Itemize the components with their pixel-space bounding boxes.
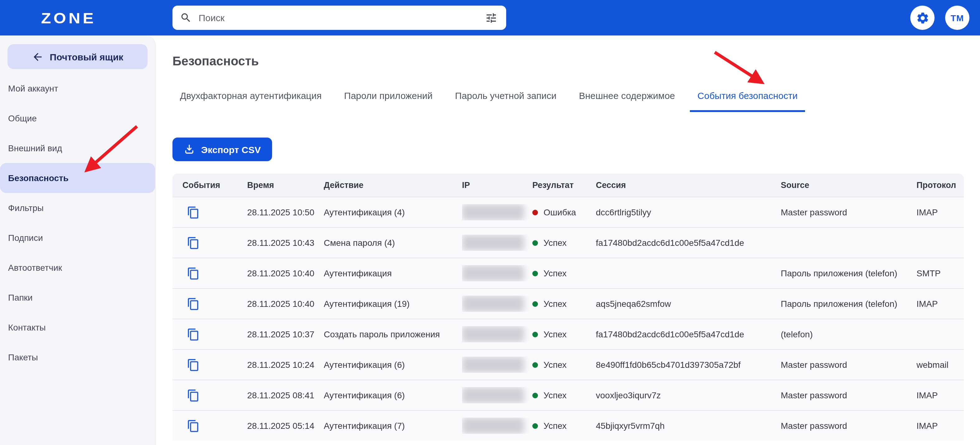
- ip-redacted-blur: [462, 357, 524, 373]
- sidebar-menu: Мой аккаунтОбщиеВнешний видБезопасностьФ…: [0, 73, 155, 372]
- ip-redacted-blur: [462, 296, 524, 312]
- user-avatar[interactable]: TM: [945, 6, 969, 30]
- action-cell: Аутентификация: [324, 268, 462, 278]
- copy-event-button[interactable]: [187, 389, 200, 402]
- tab-app-passwords[interactable]: Пароли приложений: [337, 90, 440, 112]
- result-success: Успех: [532, 268, 596, 278]
- copy-icon: [187, 206, 200, 219]
- tab-external-content[interactable]: Внешнее содержимое: [571, 90, 683, 112]
- security-events-table: СобытияВремяДействиеIPРезультатСессияSou…: [172, 174, 964, 441]
- back-arrow-icon: [32, 51, 44, 62]
- export-csv-button[interactable]: Экспорт CSV: [172, 138, 272, 161]
- search-icon: [180, 12, 192, 24]
- copy-event-button[interactable]: [187, 297, 200, 310]
- sidebar-item-contacts[interactable]: Контакты: [0, 312, 155, 342]
- tab-two-factor[interactable]: Двухфакторная аутентификация: [172, 90, 329, 112]
- source-cell: Master password: [781, 421, 916, 431]
- action-cell: Аутентификация (7): [324, 421, 462, 431]
- copy-event-button[interactable]: [187, 267, 200, 280]
- events-cell: [183, 206, 247, 219]
- tab-security-events[interactable]: События безопасности: [690, 90, 805, 112]
- time-cell: 28.11.2025 10:40: [247, 268, 324, 278]
- sidebar-item-general[interactable]: Общие: [0, 103, 155, 133]
- tune-icon: [485, 11, 498, 24]
- status-dot: [532, 362, 538, 367]
- action-cell: Создать пароль приложения: [324, 329, 462, 339]
- copy-event-button[interactable]: [187, 206, 200, 219]
- result-success: Успех: [532, 238, 596, 248]
- sidebar: Почтовый ящик Мой аккаунтОбщиеВнешний ви…: [0, 35, 155, 445]
- copy-event-button[interactable]: [187, 236, 200, 249]
- result-success: Успех: [532, 421, 596, 431]
- ip-redacted-blur: [462, 326, 524, 342]
- result-cell: Успех: [532, 268, 596, 278]
- back-to-mailbox-button[interactable]: Почтовый ящик: [8, 44, 148, 69]
- time-cell: 28.11.2025 10:43: [247, 238, 324, 248]
- table-row: 28.11.2025 10:24Аутентификация (6)Успех8…: [172, 349, 964, 380]
- protocol-cell: IMAP: [916, 299, 964, 309]
- zone-logo: ZONE: [41, 10, 96, 27]
- copy-event-button[interactable]: [187, 419, 200, 432]
- main-content: Безопасность Двухфакторная аутентификаци…: [155, 35, 980, 445]
- sidebar-item-security[interactable]: Безопасность: [0, 163, 155, 193]
- status-label: Успех: [544, 299, 566, 309]
- source-cell: Master password: [781, 360, 916, 370]
- table-row: 28.11.2025 10:40Аутентификация (19)Успех…: [172, 288, 964, 319]
- status-label: Успех: [544, 421, 566, 431]
- ip-redacted-blur: [462, 387, 524, 403]
- column-header-0: События: [183, 181, 247, 190]
- search-filters-button[interactable]: [484, 10, 499, 25]
- status-dot: [532, 210, 538, 215]
- session-cell: 45bjiqxyr5vrm7qh: [596, 421, 781, 431]
- status-label: Успех: [544, 329, 566, 339]
- session-cell: aqs5jneqa62smfow: [596, 299, 781, 309]
- sidebar-item-signatures[interactable]: Подписи: [0, 223, 155, 253]
- sidebar-item-folders[interactable]: Папки: [0, 283, 155, 312]
- result-cell: Успех: [532, 360, 596, 370]
- source-cell: (telefon): [781, 329, 916, 339]
- sidebar-item-autoresponder[interactable]: Автоответчик: [0, 253, 155, 283]
- result-success: Успех: [532, 390, 596, 400]
- time-cell: 28.11.2025 10:40: [247, 299, 324, 309]
- export-csv-label: Экспорт CSV: [201, 144, 261, 155]
- copy-event-button[interactable]: [187, 328, 200, 341]
- source-cell: Master password: [781, 207, 916, 217]
- source-cell: Master password: [781, 390, 916, 400]
- session-cell: vooxljeo3iqurv7z: [596, 390, 781, 400]
- sidebar-item-my-account[interactable]: Мой аккаунт: [0, 73, 155, 103]
- action-cell: Смена пароля (4): [324, 238, 462, 248]
- protocol-cell: IMAP: [916, 421, 964, 431]
- sidebar-item-packages[interactable]: Пакеты: [0, 342, 155, 372]
- settings-button[interactable]: [910, 6, 935, 30]
- tab-account-password[interactable]: Пароль учетной записи: [448, 90, 564, 112]
- copy-icon: [187, 419, 200, 432]
- status-label: Успех: [544, 360, 566, 370]
- copy-event-button[interactable]: [187, 358, 200, 371]
- sidebar-item-filters[interactable]: Фильтры: [0, 193, 155, 223]
- copy-icon: [187, 328, 200, 341]
- session-cell: 8e490ff1fd0b65cb4701d397305a72bf: [596, 360, 781, 370]
- protocol-cell: SMTP: [916, 268, 964, 278]
- ip-cell: [462, 418, 532, 434]
- session-cell: fa17480bd2acdc6d1c00e5f5a47cd1de: [596, 238, 781, 248]
- ip-redacted-blur: [462, 265, 524, 281]
- time-cell: 28.11.2025 05:14: [247, 421, 324, 431]
- protocol-cell: IMAP: [916, 390, 964, 400]
- result-success: Успех: [532, 360, 596, 370]
- ip-cell: [462, 296, 532, 312]
- result-cell: Успех: [532, 299, 596, 309]
- result-cell: Успех: [532, 329, 596, 339]
- copy-icon: [187, 297, 200, 310]
- sidebar-item-appearance[interactable]: Внешний вид: [0, 133, 155, 163]
- copy-icon: [187, 267, 200, 280]
- source-cell: Пароль приложения (telefon): [781, 268, 916, 278]
- search-input[interactable]: [197, 12, 484, 24]
- table-row: 28.11.2025 08:41Аутентификация (6)Успехv…: [172, 380, 964, 410]
- time-cell: 28.11.2025 10:24: [247, 360, 324, 370]
- topbar: ZONE TM: [0, 0, 980, 35]
- events-cell: [183, 267, 247, 280]
- column-header-7: Протокол: [916, 181, 964, 190]
- status-label: Ошибка: [544, 207, 576, 217]
- status-label: Успех: [544, 238, 566, 248]
- ip-redacted-blur: [462, 235, 524, 251]
